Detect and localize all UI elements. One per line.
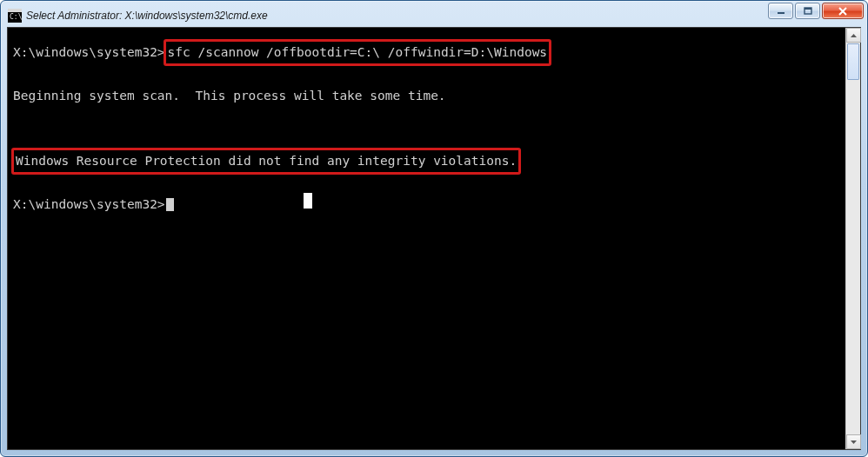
status-line: Beginning system scan. This process will… <box>13 89 446 103</box>
cmd-window: C:\ Select Administrator: X:\windows\sys… <box>0 0 868 457</box>
svg-rect-5 <box>805 8 811 10</box>
close-button[interactable] <box>822 3 864 19</box>
scroll-down-button[interactable] <box>846 434 861 449</box>
mouse-cursor-artifact <box>304 193 312 209</box>
vertical-scrollbar[interactable] <box>845 28 860 449</box>
command-highlight: sfc /scannow /offbootdir=C:\ /offwindir=… <box>164 39 552 66</box>
window-controls <box>768 3 864 19</box>
result-highlight: Windows Resource Protection did not find… <box>11 148 521 175</box>
minimize-button[interactable] <box>768 3 793 19</box>
svg-rect-1 <box>8 9 22 12</box>
text-cursor <box>166 198 174 211</box>
titlebar[interactable]: C:\ Select Administrator: X:\windows\sys… <box>6 6 862 27</box>
prompt: X:\windows\system32> <box>13 197 165 211</box>
cmd-icon: C:\ <box>8 9 22 23</box>
svg-rect-3 <box>778 12 785 14</box>
svg-marker-6 <box>851 34 857 37</box>
scroll-up-button[interactable] <box>846 28 861 43</box>
client-area: X:\windows\system32>sfc /scannow /offboo… <box>7 27 861 450</box>
svg-marker-7 <box>851 440 857 444</box>
scroll-thumb[interactable] <box>847 43 859 80</box>
svg-text:C:\: C:\ <box>10 13 22 21</box>
maximize-button[interactable] <box>795 3 820 19</box>
command-text: sfc /scannow /offbootdir=C:\ /offwindir=… <box>168 45 548 59</box>
window-title: Select Administrator: X:\windows\system3… <box>26 10 860 22</box>
terminal-output[interactable]: X:\windows\system32>sfc /scannow /offboo… <box>8 28 845 449</box>
prompt: X:\windows\system32> <box>13 45 165 59</box>
result-line: Windows Resource Protection did not find… <box>16 154 517 168</box>
